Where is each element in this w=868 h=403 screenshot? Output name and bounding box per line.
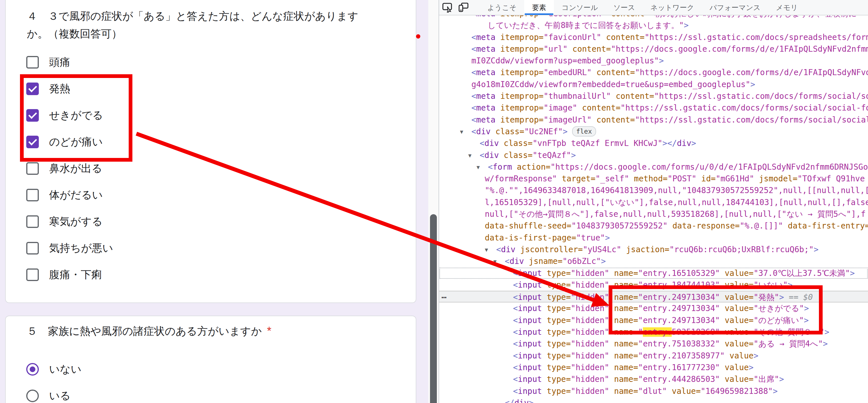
devtools-code-line[interactable]: ▼<div class="teQAzf">	[439, 149, 868, 161]
devtools-code-line[interactable]: ▼<div jscontroller="yUS4Lc" jsaction="rc…	[439, 243, 868, 255]
code-token: <	[479, 150, 485, 160]
expand-arrow-icon[interactable]: ▼	[468, 150, 471, 162]
code-token: value=	[667, 386, 701, 396]
inspect-element-icon[interactable]	[442, 2, 453, 12]
code-token: >	[824, 327, 829, 337]
code-token: itemprop=	[495, 115, 544, 124]
devtools-code-line[interactable]: <input type="hidden" name="entry.2107358…	[439, 350, 868, 362]
code-token: "hidden"	[571, 386, 609, 396]
code-token: itemprop=	[495, 33, 544, 42]
devtools-code-line[interactable]: <meta itemprop="faviconUrl" content="htt…	[439, 31, 868, 43]
flex-badge[interactable]: flex	[572, 126, 596, 137]
devtools-code-line[interactable]: <meta itemprop="thumbnailUrl" content="h…	[439, 90, 868, 102]
devtools-code-line[interactable]: w/formResponse" target="_self" method="P…	[439, 173, 868, 184]
expand-arrow-icon[interactable]: ▼	[493, 256, 496, 267]
checkbox-option-row: 体がだるい	[6, 182, 416, 208]
devtools-code-line[interactable]: data-is-first-page="true">	[439, 232, 868, 243]
devtools-code-line[interactable]: <meta itemprop="embedURL" content="https…	[439, 66, 868, 78]
code-token: type=	[542, 280, 571, 290]
checkbox-option-row: 頭痛	[6, 49, 416, 76]
code-token: <	[479, 139, 485, 148]
code-token: input	[518, 351, 542, 361]
devtools-tab-inactive[interactable]: ようこそ	[479, 0, 524, 15]
radio-option-row: いる	[6, 382, 416, 403]
devtools-tab-active[interactable]: 要素	[524, 0, 554, 15]
checkbox-unchecked-icon[interactable]	[26, 242, 39, 255]
page-scrollbar-thumb[interactable]	[430, 214, 437, 403]
devtools-code-line[interactable]: <meta itemprop="url" content="https://do…	[439, 43, 868, 55]
checkbox-option-label: 寒気がする	[49, 214, 103, 229]
devtools-code-line[interactable]: <input type="hidden" name="entry.4442865…	[439, 373, 868, 385]
code-token: "entry.444286503"	[638, 374, 720, 384]
code-token: <	[496, 245, 501, 254]
devtools-code-line[interactable]: <div class="vnFTpb teQAzf ErmvL KHCwJ"><…	[439, 137, 868, 149]
checkbox-option-label: 腹痛・下痢	[49, 268, 102, 282]
code-token: name=	[609, 339, 638, 348]
code-token: "hidden"	[571, 339, 609, 348]
radio-dot	[30, 367, 35, 372]
code-token: "yUS4Lc"	[583, 245, 621, 254]
code-token: jscontroller=	[515, 245, 583, 254]
code-token: <	[513, 386, 518, 396]
devtools-code-line[interactable]: <meta itemprop="imageUrl" content="https…	[439, 114, 868, 126]
devtools-code-line[interactable]: l,165105329],[null,null,["いない"],false,nu…	[439, 197, 868, 208]
devtools-tab-inactive[interactable]: ソース	[606, 0, 643, 15]
devtools-code-line[interactable]: g4o18mI0ZCddw/viewform?embedded=true&usp…	[439, 79, 868, 90]
devtools-code-line[interactable]: <input type="hidden" name="entry.7510383…	[439, 338, 868, 350]
code-token: <	[471, 44, 476, 54]
code-token: type=	[542, 363, 571, 372]
checkbox-unchecked-icon[interactable]	[26, 56, 39, 68]
expand-arrow-icon[interactable]: ▼	[476, 162, 479, 173]
radio-option-row: いない	[6, 356, 416, 382]
devtools-code-line[interactable]: <meta itemprop="image" content="https://…	[439, 102, 868, 114]
code-token: itemprop=	[495, 103, 544, 113]
required-asterisk: *	[267, 324, 272, 337]
devtools-code-line[interactable]: null,["その他→質問８へ"],false,null,null,593518…	[439, 208, 868, 220]
checkbox-unchecked-icon[interactable]	[26, 215, 39, 228]
code-token: div	[677, 139, 691, 148]
code-token: <	[471, 115, 476, 124]
code-token: meta	[476, 103, 495, 113]
node-options-dots-icon[interactable]: ⋯	[441, 291, 447, 303]
devtools-code-line[interactable]: data-shuffle-seed="104837930572559252" d…	[439, 220, 868, 232]
code-token: value=	[720, 339, 753, 348]
code-token: <	[513, 304, 518, 313]
code-token: >	[773, 386, 778, 396]
toggle-device-toolbar-icon[interactable]	[458, 2, 469, 12]
devtools-tab-inactive[interactable]: ネットワーク	[643, 0, 702, 15]
devtools-code-line[interactable]: ▼<form action="https://docs.google.com/f…	[439, 161, 868, 173]
checkbox-unchecked-icon[interactable]	[26, 268, 39, 281]
google-form-page: ４ ３で風邪の症状が「ある」と答えた方は、どんな症状があります か。（複数回答可…	[0, 0, 439, 403]
code-token: meta	[476, 68, 495, 77]
devtools-code-line[interactable]: <input type="hidden" name="entry.1617772…	[439, 362, 868, 373]
devtools-code-line[interactable]: していただき、午前8時までに回答をお願いします。">	[439, 20, 868, 31]
devtools-code-line[interactable]: ▼<div jsname="o6bZLc">	[439, 255, 868, 267]
devtools-code-line[interactable]: ▼<div class="Uc2NEf">flex	[439, 126, 868, 137]
devtools-tabbar: ようこそ要素コンソールソースネットワークパフォーマンスメモリ	[439, 0, 868, 16]
radio-selected-icon[interactable]	[26, 363, 39, 376]
code-token: "image"	[544, 103, 577, 113]
code-token: "https://ssl.gstatic.com/docs/forms/soci…	[621, 103, 868, 113]
checkbox-unchecked-icon[interactable]	[26, 189, 39, 201]
code-token: "rcuQ6b:rcuQ6b;UxRBlf:rcuQ6b;"	[670, 245, 814, 254]
code-token: "vnFTpb teQAzf ErmvL KHCwJ"	[532, 139, 662, 148]
devtools-tab-inactive[interactable]: パフォーマンス	[702, 0, 768, 15]
radio-unselected-icon[interactable]	[26, 390, 39, 402]
code-token: content=	[567, 44, 611, 54]
code-token: "出席"	[753, 374, 779, 384]
expand-arrow-icon[interactable]: ▼	[485, 244, 488, 256]
code-token: data-response=	[668, 221, 740, 230]
devtools-tab-inactive[interactable]: コンソール	[554, 0, 606, 15]
question5-options: いないいる	[6, 356, 416, 403]
code-token: </	[667, 139, 677, 148]
code-token: "_self"	[595, 174, 629, 183]
devtools-code-line[interactable]: <input type="hidden" name="dlut" value="…	[439, 385, 868, 397]
devtools-code-line[interactable]: </div>	[439, 397, 868, 403]
checkbox-unchecked-icon[interactable]	[26, 162, 39, 175]
devtools-code-line[interactable]: <input type="hidden" name="entry.1651053…	[439, 267, 868, 279]
devtools-code-line[interactable]: "%.@."",1649633487018,1649641813909,null…	[439, 184, 868, 196]
code-token: >	[571, 150, 576, 160]
devtools-code-line[interactable]: mI0ZCddw/viewform?usp=embed_googleplus">	[439, 55, 868, 66]
expand-arrow-icon[interactable]: ▼	[460, 126, 463, 138]
devtools-tab-inactive[interactable]: メモリ	[768, 0, 806, 15]
